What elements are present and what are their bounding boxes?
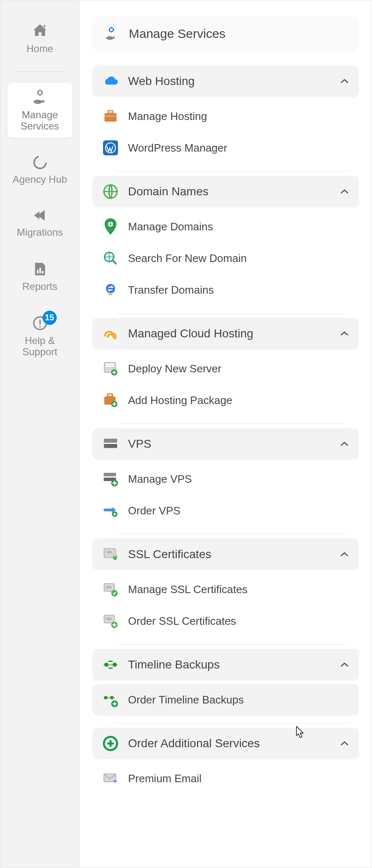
section-items: Manage VPSOrder VPS — [92, 460, 359, 528]
ssl-order-icon: SSL — [102, 613, 119, 629]
svg-point-28 — [105, 440, 106, 441]
menu-item-label: Order SSL Certificates — [128, 615, 236, 628]
server-add-icon — [102, 360, 119, 377]
section-header[interactable]: Managed Cloud Hosting — [92, 318, 359, 349]
sidebar-item-reports[interactable]: Reports — [8, 255, 73, 298]
menu-item-deploy-new-server[interactable]: Deploy New Server — [92, 353, 359, 384]
manage-services-icon — [31, 88, 49, 106]
section-title: Web Hosting — [128, 75, 331, 88]
menu-item-add-hosting-package[interactable]: Add Hosting Package — [92, 384, 359, 416]
page-header: Manage Services — [92, 16, 359, 51]
ssl-manage-icon: SSL — [102, 581, 119, 598]
page-title: Manage Services — [129, 27, 226, 41]
section-items: SSLManage SSL CertificatesSSLOrder SSL C… — [92, 570, 359, 639]
svg-rect-7 — [39, 326, 40, 327]
sidebar-item-label: Migrations — [17, 227, 63, 238]
chevron-up-icon — [340, 741, 349, 746]
app-root: HomeManage ServicesAgency HubMigrationsR… — [0, 0, 372, 868]
menu-item-label: Order Timeline Backups — [128, 693, 244, 706]
svg-point-18 — [106, 284, 115, 293]
briefcase-icon — [102, 108, 119, 125]
menu-item-label: Search For New Domain — [128, 252, 247, 265]
vps-icon — [102, 436, 119, 452]
wordpress-icon — [102, 140, 119, 156]
globe-icon — [102, 183, 119, 200]
menu-item-manage-domains[interactable]: Manage Domains — [92, 211, 359, 242]
section-items: Order Timeline Backups — [92, 681, 359, 717]
menu-item-manage-hosting[interactable]: Manage Hosting — [92, 100, 359, 132]
section-items: Deploy New ServerAdd Hosting Package — [92, 349, 359, 418]
svg-rect-20 — [106, 364, 114, 365]
svg-point-43 — [104, 663, 108, 667]
menu-item-label: Manage Hosting — [128, 110, 207, 123]
notification-badge: 15 — [43, 311, 57, 325]
briefcase-add-icon — [102, 392, 119, 409]
svg-rect-24 — [108, 394, 113, 397]
svg-rect-11 — [104, 116, 116, 117]
menu-item-manage-ssl-certificates[interactable]: SSLManage SSL Certificates — [92, 574, 359, 605]
section-header[interactable]: Domain Names — [92, 176, 359, 207]
sidebar-item-label: Agency Hub — [13, 174, 67, 185]
section-divider — [117, 313, 347, 314]
svg-rect-10 — [108, 111, 113, 113]
chevron-up-icon — [340, 662, 349, 668]
menu-item-label: Manage Domains — [128, 220, 213, 233]
agency-hub-icon — [32, 155, 48, 170]
sidebar: HomeManage ServicesAgency HubMigrationsR… — [0, 0, 80, 868]
sidebar-item-help-support[interactable]: Help & Support15 — [8, 309, 73, 364]
section-divider — [117, 171, 347, 172]
menu-item-order-timeline-backups[interactable]: Order Timeline Backups — [92, 684, 359, 716]
transfer-icon — [102, 282, 119, 298]
section-vps: VPSManage VPSOrder VPS — [92, 428, 359, 534]
menu-item-label: Manage SSL Certificates — [128, 583, 248, 596]
svg-rect-6 — [39, 319, 40, 324]
timeline-add-icon — [102, 691, 119, 708]
section-divider — [117, 534, 347, 534]
svg-point-29 — [105, 445, 106, 446]
section-header[interactable]: Timeline Backups — [92, 649, 359, 681]
svg-point-44 — [113, 663, 117, 667]
manage-services-header-icon — [103, 25, 120, 42]
section-items: Manage DomainsSearch For New DomainTrans… — [92, 207, 359, 307]
section-web-hosting: Web HostingManage HostingWordPress Manag… — [92, 65, 359, 172]
svg-rect-30 — [104, 473, 116, 476]
reports-icon — [33, 261, 48, 277]
sidebar-item-home[interactable]: Home — [8, 16, 73, 60]
sidebar-item-agency-hub[interactable]: Agency Hub — [8, 149, 73, 191]
section-divider — [117, 424, 347, 424]
section-header[interactable]: Order Additional Services — [92, 728, 359, 759]
menu-item-order-vps[interactable]: Order VPS — [92, 495, 359, 526]
menu-item-transfer-domains[interactable]: Transfer Domains — [92, 274, 359, 306]
svg-rect-3 — [39, 268, 41, 274]
section-header[interactable]: Web Hosting — [92, 65, 359, 97]
section-header[interactable]: VPS — [92, 428, 359, 460]
search-globe-icon — [102, 250, 119, 267]
plus-circle-icon — [102, 735, 119, 752]
menu-item-label: Deploy New Server — [128, 362, 221, 375]
svg-point-8 — [109, 28, 113, 32]
svg-rect-9 — [104, 113, 116, 122]
section-title: Timeline Backups — [128, 658, 331, 671]
menu-item-label: Order VPS — [128, 504, 181, 517]
menu-item-label: Add Hosting Package — [128, 394, 232, 407]
section-divider — [117, 723, 347, 723]
svg-text:SSL: SSL — [106, 585, 112, 589]
menu-item-order-ssl-certificates[interactable]: SSLOrder SSL Certificates — [92, 605, 359, 637]
svg-rect-4 — [42, 271, 43, 273]
timeline-icon — [102, 656, 119, 673]
cloud-icon — [102, 73, 119, 90]
menu-item-wordpress-manager[interactable]: WordPress Manager — [92, 132, 359, 164]
menu-item-search-for-new-domain[interactable]: Search For New Domain — [92, 242, 359, 274]
section-order-additional-services: Order Additional ServicesPremium Email — [92, 728, 359, 796]
menu-item-premium-email[interactable]: Premium Email — [92, 763, 359, 794]
sidebar-divider — [15, 71, 65, 72]
sidebar-item-manage-services[interactable]: Manage Services — [8, 82, 73, 138]
svg-text:SSL: SSL — [106, 617, 112, 621]
section-items: Premium Email — [92, 759, 359, 796]
sidebar-item-migrations[interactable]: Migrations — [8, 202, 73, 244]
section-header[interactable]: SSLSSL Certificates — [92, 539, 359, 570]
menu-item-manage-vps[interactable]: Manage VPS — [92, 463, 359, 495]
chevron-up-icon — [340, 189, 349, 195]
menu-item-label: Premium Email — [128, 772, 201, 785]
svg-rect-2 — [37, 269, 38, 273]
